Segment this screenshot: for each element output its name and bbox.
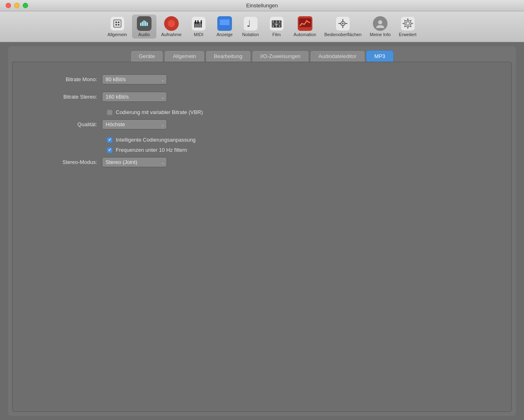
tab-bearbeitung[interactable]: Bearbeitung: [206, 50, 251, 62]
tab-geraete[interactable]: Geräte: [130, 50, 164, 62]
notation-label: Notation: [242, 32, 259, 37]
stereo-modus-select-wrapper: Stereo (Joint) Stereo Mono: [102, 157, 167, 167]
close-button[interactable]: [6, 3, 11, 8]
tab-audiodateieditor[interactable]: Audiodateieditor: [310, 50, 365, 62]
svg-point-43: [378, 20, 382, 24]
audio-label: Audio: [139, 32, 150, 37]
bitrate-stereo-select[interactable]: 80 kBit/s 128 kBit/s 160 kBit/s 192 kBit…: [102, 92, 167, 102]
bedien-icon: [336, 16, 350, 31]
svg-rect-20: [220, 19, 230, 25]
toolbar-item-anzeige[interactable]: Anzeige: [212, 15, 237, 39]
tab-io-zuweisungen[interactable]: I/O-Zuweisungen: [252, 50, 309, 62]
svg-rect-6: [142, 22, 143, 26]
svg-rect-3: [115, 24, 117, 26]
svg-rect-27: [273, 21, 274, 23]
toolbar-item-audio[interactable]: Audio: [132, 15, 156, 39]
meineinfo-icon: [373, 16, 388, 31]
bitrate-stereo-label: Bitrate Stereo:: [29, 94, 102, 100]
toolbar-item-bedien[interactable]: Bedienoberflächen: [321, 15, 365, 39]
toolbar-item-notation[interactable]: ♩ Notation: [238, 15, 263, 39]
svg-rect-21: [223, 26, 227, 28]
stereo-modus-row: Stereo-Modus: Stereo (Joint) Stereo Mono: [29, 157, 495, 167]
svg-rect-2: [118, 22, 119, 23]
vbr-label: Codierung mit variabler Bitrate (VBR): [116, 109, 203, 115]
bitrate-stereo-control: 80 kBit/s 128 kBit/s 160 kBit/s 192 kBit…: [102, 92, 167, 102]
svg-point-44: [406, 22, 409, 25]
film-label: Film: [272, 32, 281, 37]
svg-rect-5: [140, 23, 141, 26]
vbr-checkbox[interactable]: [107, 110, 113, 115]
intelligent-checkbox-row: Intelligente Codierungsanpassung: [107, 137, 495, 143]
svg-rect-31: [276, 25, 277, 27]
toolbar: Allgemein Audio Aufnahme: [0, 11, 524, 42]
bitrate-stereo-row: Bitrate Stereo: 80 kBit/s 128 kBit/s 160…: [29, 92, 495, 102]
vbr-checkbox-row: Codierung mit variabler Bitrate (VBR): [107, 109, 495, 115]
svg-rect-0: [114, 20, 121, 27]
aufnahme-label: Aufnahme: [161, 32, 182, 37]
intelligent-checkbox[interactable]: [107, 137, 113, 143]
qualitaet-select[interactable]: Höchste Hoch Mittel Niedrig: [102, 119, 167, 129]
bitrate-mono-control: 80 kBit/s 128 kBit/s 160 kBit/s 192 kBit…: [102, 74, 167, 84]
aufnahme-icon: [164, 16, 179, 31]
frequenz-label: Frequenzen unter 10 Hz filtern: [116, 147, 187, 153]
allgemein-label: Allgemein: [107, 32, 127, 37]
bitrate-mono-row: Bitrate Mono: 80 kBit/s 128 kBit/s 160 k…: [29, 74, 495, 84]
intelligent-label: Intelligente Codierungsanpassung: [116, 137, 196, 143]
allgemein-icon: [110, 16, 125, 31]
svg-rect-1: [115, 22, 117, 23]
anzeige-icon: [217, 16, 232, 31]
tab-mp3[interactable]: MP3: [366, 50, 394, 62]
svg-point-11: [168, 20, 175, 27]
traffic-lights: [6, 3, 28, 8]
bitrate-mono-label: Bitrate Mono:: [29, 76, 102, 82]
window-title: Einstellungen: [246, 2, 278, 9]
frequenz-checkbox-row: Frequenzen unter 10 Hz filtern: [107, 147, 495, 153]
minimize-button[interactable]: [14, 3, 19, 8]
frequenz-checkbox[interactable]: [107, 147, 113, 153]
toolbar-item-allgemein[interactable]: Allgemein: [104, 15, 130, 39]
svg-point-35: [305, 20, 307, 22]
anzeige-label: Anzeige: [217, 32, 233, 37]
qualitaet-select-wrapper: Höchste Hoch Mittel Niedrig: [102, 119, 167, 129]
toolbar-item-meineinfo[interactable]: Meine Info: [366, 15, 394, 39]
qualitaet-row: Qualität: Höchste Hoch Mittel Niedrig: [29, 119, 495, 129]
svg-rect-16: [195, 20, 196, 24]
svg-rect-7: [143, 20, 145, 26]
toolbar-item-automation[interactable]: Automation: [290, 15, 320, 39]
bedien-label: Bedienoberflächen: [325, 32, 362, 37]
svg-rect-8: [145, 21, 146, 26]
maximize-button[interactable]: [23, 3, 28, 8]
bitrate-mono-select[interactable]: 80 kBit/s 128 kBit/s 160 kBit/s 192 kBit…: [102, 74, 167, 84]
midi-label: MIDI: [194, 32, 203, 37]
toolbar-item-aufnahme[interactable]: Aufnahme: [158, 15, 185, 39]
automation-icon: [298, 16, 312, 31]
content-area: Bitrate Mono: 80 kBit/s 128 kBit/s 160 k…: [12, 62, 512, 412]
tab-allgemein[interactable]: Allgemein: [164, 50, 204, 62]
svg-rect-4: [118, 24, 119, 26]
svg-rect-30: [273, 25, 274, 27]
toolbar-item-midi[interactable]: MIDI: [186, 15, 211, 39]
automation-label: Automation: [294, 32, 316, 37]
audio-icon: [137, 16, 152, 31]
svg-point-41: [342, 23, 344, 24]
svg-rect-28: [276, 21, 277, 23]
film-icon: [269, 16, 284, 31]
svg-rect-17: [197, 20, 199, 24]
svg-text:♩: ♩: [247, 19, 251, 29]
svg-rect-22: [221, 28, 228, 28]
midi-icon: [191, 16, 206, 31]
main-window: Geräte Allgemein Bearbeitung I/O-Zuweisu…: [8, 46, 516, 416]
bitrate-stereo-select-wrapper: 80 kBit/s 128 kBit/s 160 kBit/s 192 kBit…: [102, 92, 167, 102]
stereo-modus-label: Stereo-Modus:: [29, 159, 102, 165]
erweitert-label: Erweitert: [399, 32, 416, 37]
toolbar-item-film[interactable]: Film: [264, 15, 289, 39]
meineinfo-label: Meine Info: [370, 32, 390, 37]
qualitaet-label: Qualität:: [29, 121, 102, 127]
stereo-modus-control: Stereo (Joint) Stereo Mono: [102, 157, 167, 167]
qualitaet-control: Höchste Hoch Mittel Niedrig: [102, 119, 167, 129]
erweitert-icon: [401, 16, 415, 31]
stereo-modus-select[interactable]: Stereo (Joint) Stereo Mono: [102, 157, 167, 167]
svg-rect-18: [201, 20, 202, 24]
toolbar-item-erweitert[interactable]: Erweitert: [396, 15, 420, 39]
svg-rect-9: [147, 22, 148, 26]
